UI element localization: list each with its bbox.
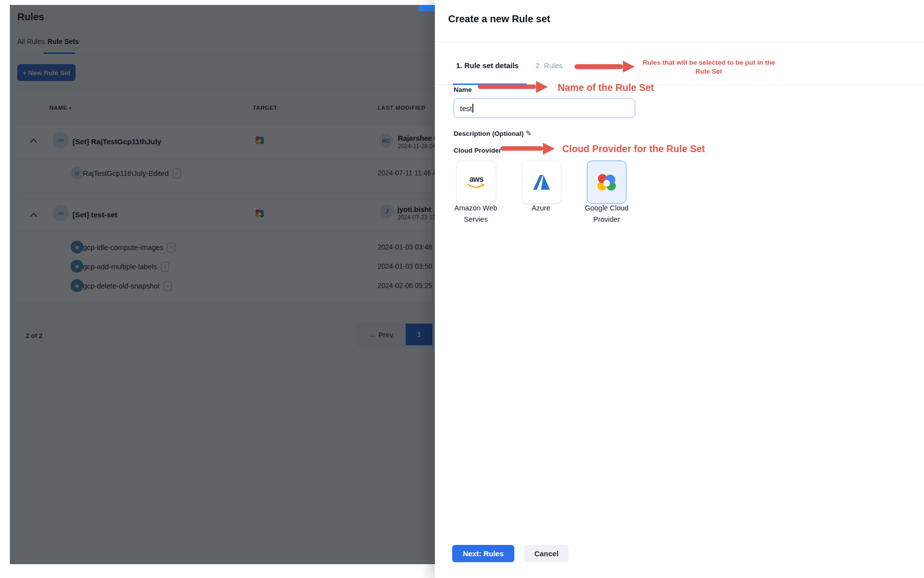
provider-label-azure: Azure bbox=[511, 203, 571, 214]
name-input[interactable]: test bbox=[454, 98, 635, 118]
modal-backdrop[interactable] bbox=[10, 5, 435, 564]
text-cursor bbox=[472, 104, 473, 113]
next-rules-button[interactable]: Next: Rules bbox=[452, 545, 514, 562]
gcp-logo-icon bbox=[594, 172, 619, 193]
provider-card-azure[interactable] bbox=[522, 161, 561, 204]
annotation-rules-note: Rules that will be selected to be put in… bbox=[637, 58, 781, 76]
cloud-provider-label: Cloud Provider bbox=[454, 147, 501, 154]
annotation-cloud-provider-note: Cloud Provider for the Rule Set bbox=[562, 143, 705, 155]
hidden-button-fragment bbox=[419, 5, 435, 11]
step-tab-rule-set-details[interactable]: 1. Rule set details bbox=[456, 61, 519, 70]
annotation-arrow bbox=[575, 64, 623, 69]
modal-title: Create a new Rule set bbox=[448, 13, 550, 25]
annotation-arrow bbox=[478, 84, 536, 89]
provider-card-aws[interactable]: aws bbox=[457, 161, 496, 204]
aws-logo-icon: aws bbox=[467, 176, 486, 189]
name-label: Name bbox=[454, 86, 472, 93]
annotation-arrow bbox=[500, 146, 543, 151]
divider bbox=[435, 41, 924, 42]
provider-label-aws: Amazon Web Servies bbox=[446, 203, 505, 225]
pencil-icon[interactable]: ✎ bbox=[526, 129, 532, 137]
step-tab-rules[interactable]: 2. Rules bbox=[536, 61, 563, 70]
annotation-name-note: Name of the Rule Set bbox=[558, 82, 654, 93]
azure-logo-icon bbox=[532, 173, 551, 191]
cancel-button[interactable]: Cancel bbox=[524, 545, 569, 562]
provider-card-gcp[interactable] bbox=[587, 161, 626, 204]
description-label: Description (Optional) ✎ bbox=[454, 129, 532, 138]
provider-label-gcp: Google Cloud Provider bbox=[577, 203, 636, 225]
create-rule-set-modal: Create a new Rule set 1. Rule set detail… bbox=[435, 0, 924, 578]
